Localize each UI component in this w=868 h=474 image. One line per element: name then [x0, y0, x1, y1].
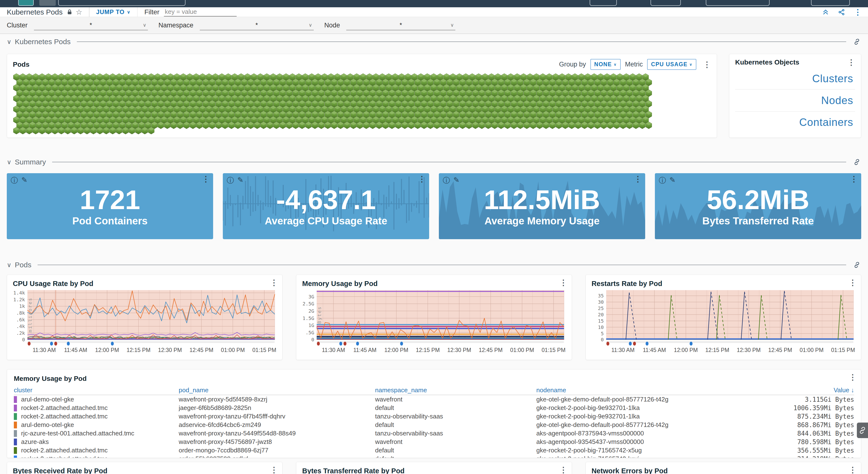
- info-icon[interactable]: ⓘ: [11, 176, 18, 185]
- kebab-menu-icon[interactable]: ⋮: [634, 175, 642, 183]
- series-color-swatch: [14, 430, 17, 437]
- summary-card: ⓘ✎⋮56.2MiBBytes Transferred Rate: [655, 173, 861, 239]
- kebab-menu-icon[interactable]: ⋮: [849, 279, 857, 287]
- summary-label: Average Memory Usage: [485, 215, 599, 227]
- cell-cluster: rocket-2.attached.attached.tmc: [21, 447, 107, 454]
- section-header-pods: ∨ Pods: [7, 260, 861, 270]
- svg-text:12:30 PM: 12:30 PM: [737, 347, 761, 353]
- pencil-icon[interactable]: ✎: [670, 176, 676, 185]
- section-collapse-icon[interactable]: ∨: [7, 38, 11, 46]
- pod-hex-grid[interactable]: [13, 73, 711, 136]
- section-collapse-icon[interactable]: ∨: [7, 261, 11, 269]
- chart-canvas[interactable]: 0.5G1G1.5G2G2.5G3G11:30 AM11:45 AM12:00 …: [302, 289, 566, 355]
- svg-text:11:45 AM: 11:45 AM: [64, 347, 87, 353]
- chart-title: Bytes Transferred Rate by Pod: [302, 467, 566, 474]
- section-link-icon[interactable]: [852, 38, 861, 45]
- chart-canvas[interactable]: 0510152025303511:30 AM11:45 AM12:00 PM12…: [592, 289, 855, 355]
- svg-text:12:45 PM: 12:45 PM: [479, 347, 503, 353]
- filter-input[interactable]: [164, 7, 237, 17]
- k8s-link-clusters[interactable]: Clusters: [735, 68, 855, 89]
- chart-bytes-transferred-rate-by-pod: Bytes Transferred Rate by Pod ⋮: [296, 462, 572, 474]
- column-header-value[interactable]: Value ↓: [779, 386, 854, 394]
- svg-text:12:45 PM: 12:45 PM: [189, 347, 213, 353]
- get-link-fab[interactable]: [857, 422, 868, 438]
- table-row[interactable]: rjc-azure-test-001.attached.attached.tmc…: [14, 429, 854, 438]
- jump-to-button[interactable]: JUMP TO ∨: [96, 8, 130, 16]
- cell-value: 875.234Mi Bytes: [779, 413, 854, 420]
- link-label: Containers: [799, 116, 853, 128]
- info-icon[interactable]: ⓘ: [443, 176, 450, 185]
- svg-text:11:30 AM: 11:30 AM: [322, 347, 345, 353]
- svg-text:.5G: .5G: [306, 330, 314, 335]
- pencil-icon[interactable]: ✎: [454, 176, 460, 185]
- panel-title: Kubernetes Objects: [735, 58, 799, 66]
- table-row[interactable]: rocket-2.attached.attached.tmcorder-55b6…: [14, 454, 854, 458]
- section-collapse-icon[interactable]: ∨: [7, 158, 11, 166]
- column-header-pod-name[interactable]: pod_name: [179, 386, 375, 394]
- filter-group-namespace: Namespace * ∨: [159, 20, 314, 30]
- kebab-menu-icon[interactable]: ⋮: [270, 279, 278, 287]
- filter-group-cluster: Cluster * ∨: [7, 20, 148, 30]
- share-icon[interactable]: [838, 8, 845, 16]
- table-row[interactable]: rocket-2.attached.attached.tmcorder-mong…: [14, 446, 854, 454]
- cell-pod-name: jaeger-6f6b5d8689-2825n: [179, 404, 375, 412]
- k8s-link-nodes[interactable]: Nodes: [735, 89, 855, 111]
- kebab-menu-icon[interactable]: ⋮: [847, 58, 855, 66]
- filter-label: Filter: [144, 8, 159, 16]
- chart-title: Restarts Rate by Pod: [592, 280, 855, 288]
- kebab-menu-icon[interactable]: ⋮: [850, 175, 858, 183]
- table-row[interactable]: rocket-2.attached.attached.tmcwavefront-…: [14, 412, 854, 421]
- chart-canvas[interactable]: 0.2k.4k.6k.8k1k1.2k1.4k11:30 AM11:45 AM1…: [13, 289, 276, 355]
- kebab-menu-icon[interactable]: ⋮: [560, 279, 567, 287]
- section-link-icon[interactable]: [852, 262, 861, 268]
- summary-label: Bytes Transferred Rate: [703, 215, 814, 227]
- metric-dropdown[interactable]: CPU USAGE ∨: [647, 59, 696, 70]
- kebab-menu-icon[interactable]: ⋮: [418, 175, 426, 183]
- cell-pod-name: wavefront-proxy-f45756897-jwzt8: [179, 438, 375, 446]
- svg-text:1.5G: 1.5G: [303, 315, 314, 321]
- k8s-link-containers[interactable]: Containers: [735, 111, 855, 133]
- section-title: Pods: [15, 261, 31, 269]
- toolbar-divider: [137, 7, 138, 17]
- kebab-menu-icon[interactable]: ⋮: [202, 175, 210, 183]
- section-divider: [52, 162, 846, 162]
- column-header-namespace-name[interactable]: namespace_name: [375, 386, 536, 394]
- cluster-label: Cluster: [7, 22, 28, 29]
- section-header-kubernetes-pods: ∨ Kubernetes Pods: [7, 37, 861, 47]
- cell-value: 356.555Mi Bytes: [779, 447, 854, 454]
- series-color-swatch: [14, 413, 17, 420]
- kebab-menu-icon[interactable]: ⋮: [703, 61, 711, 68]
- table-row[interactable]: arul-demo-otel-gkeadservice-6fcd64cbc6-z…: [14, 421, 854, 429]
- kebab-menu-icon[interactable]: ⋮: [854, 8, 862, 16]
- summary-label: Average CPU Usage Rate: [265, 215, 387, 227]
- info-icon[interactable]: ⓘ: [227, 176, 234, 185]
- table-row[interactable]: rocket-2.attached.attached.tmcjaeger-6f6…: [14, 404, 854, 412]
- cluster-select[interactable]: * ∨: [34, 20, 148, 30]
- svg-text:1.2k: 1.2k: [13, 297, 25, 302]
- cell-pod-name: wavefront-proxy-5d5f4589-8xzrj: [179, 396, 375, 403]
- kebab-menu-icon[interactable]: ⋮: [560, 466, 567, 474]
- column-header-cluster[interactable]: cluster: [14, 386, 179, 394]
- cell-value: 214.219Mi Bytes: [779, 455, 854, 458]
- pencil-icon[interactable]: ✎: [237, 176, 243, 185]
- series-color-swatch: [14, 439, 17, 445]
- column-header-nodename[interactable]: nodename: [536, 386, 779, 394]
- metric-value: CPU USAGE: [651, 61, 687, 68]
- svg-text:millicores: millicores: [27, 297, 33, 333]
- table-row[interactable]: azure-akswavefront-proxy-f45756897-jwzt8…: [14, 438, 854, 446]
- node-select[interactable]: * ∨: [346, 20, 455, 30]
- kebab-menu-icon[interactable]: ⋮: [849, 373, 857, 381]
- group-by-label: Group by: [559, 61, 586, 68]
- group-by-dropdown[interactable]: NONE ∨: [590, 59, 621, 70]
- info-icon[interactable]: ⓘ: [659, 176, 666, 185]
- kebab-menu-icon[interactable]: ⋮: [849, 466, 857, 474]
- namespace-select[interactable]: * ∨: [200, 20, 314, 30]
- cell-nodename: gke-rocket-2-pool-big-71565742-kcvi: [536, 455, 779, 458]
- kebab-menu-icon[interactable]: ⋮: [270, 466, 278, 474]
- collapse-all-icon[interactable]: [822, 8, 829, 16]
- pencil-icon[interactable]: ✎: [21, 176, 27, 185]
- cell-namespace-name: tanzu-observability-saas: [375, 429, 536, 437]
- favorite-star-icon[interactable]: ☆: [76, 8, 82, 16]
- table-row[interactable]: arul-demo-otel-gkewavefront-proxy-5d5f45…: [14, 395, 854, 404]
- section-link-icon[interactable]: [852, 159, 861, 165]
